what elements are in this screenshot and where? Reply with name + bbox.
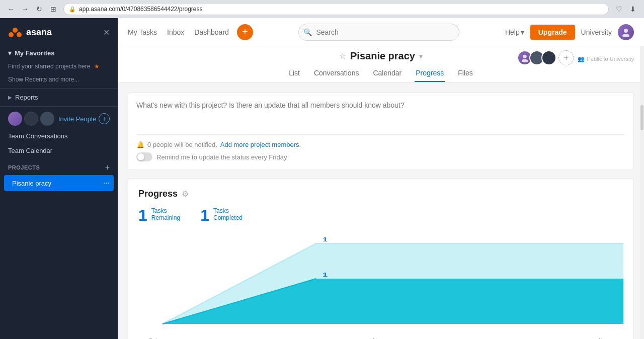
tab-files[interactable]: Files	[457, 65, 474, 82]
project-title-row: ☆ Pisanie pracy ▾	[339, 50, 423, 62]
gear-icon[interactable]: ⚙	[182, 189, 189, 199]
tasks-remaining-label-bottom: Remaining	[151, 214, 180, 221]
member-avatars: +	[517, 50, 574, 65]
add-project-button[interactable]: +	[105, 163, 110, 172]
tasks-completed-count: 1	[200, 207, 209, 223]
address-bar[interactable]: 🔒 app.asana.com/0/470863586544422/progre…	[63, 3, 609, 15]
chart-label-nov5: Nov 5	[373, 337, 383, 339]
status-textarea[interactable]	[136, 101, 625, 126]
app-container: asana ✕ ▾ My Favorites Find your starred…	[0, 18, 644, 339]
grid-button[interactable]: ⊞	[47, 3, 59, 15]
show-recents-link[interactable]: Show Recents and more...	[0, 73, 118, 86]
tasks-completed-label-top: Tasks	[213, 207, 243, 214]
main-content-area: 🔔 0 people will be notified. Add more pr…	[118, 82, 644, 339]
svg-point-1	[9, 32, 14, 37]
reports-arrow-icon: ▶	[8, 95, 12, 100]
tasks-completed-label: Tasks Completed	[213, 207, 243, 221]
refresh-button[interactable]: ↻	[33, 3, 45, 15]
progress-section-header: Progress ⚙	[138, 189, 623, 199]
sidebar-divider-1	[0, 88, 118, 89]
bookmark-button[interactable]: ♡	[613, 3, 625, 15]
topbar-inbox[interactable]: Inbox	[167, 26, 184, 38]
project-title: Pisanie pracy	[350, 50, 415, 62]
project-name: Pisanie pracy	[12, 180, 51, 187]
search-icon: 🔍	[303, 28, 312, 36]
tasks-completed-label-bottom: Completed	[213, 214, 243, 221]
chart-container: 1 1	[138, 233, 623, 334]
tab-progress[interactable]: Progress	[415, 65, 445, 82]
sidebar-close-button[interactable]: ✕	[103, 28, 110, 37]
sidebar-item-reports[interactable]: ▶ Reports	[0, 91, 118, 104]
sidebar-item-team-calendar[interactable]: Team Calendar	[0, 143, 118, 158]
notify-text: 🔔 0 people will be notified. Add more pr…	[136, 141, 301, 148]
browser-nav: ← → ↻ ⊞	[5, 3, 59, 15]
browser-actions: ♡ ⬇	[613, 3, 639, 15]
add-members-link[interactable]: Add more project members.	[220, 141, 301, 148]
help-button[interactable]: Help ▾	[505, 28, 524, 36]
toggle-knob	[137, 153, 144, 160]
bell-icon: 🔔	[136, 141, 144, 148]
project-star-icon[interactable]: ☆	[339, 51, 346, 61]
my-favorites-section[interactable]: ▾ My Favorites	[0, 46, 118, 60]
asana-logo: asana	[8, 25, 52, 39]
topbar-my-tasks[interactable]: My Tasks	[128, 26, 157, 38]
notify-count: 0 people will be notified.	[147, 141, 217, 148]
browser-chrome: ← → ↻ ⊞ 🔒 app.asana.com/0/47086358654442…	[0, 0, 644, 18]
projects-section-header: PROJECTS +	[0, 158, 118, 175]
chart-label-oct29: Oct 29	[148, 337, 157, 339]
sidebar-divider-2	[0, 106, 118, 107]
star-icon: ★	[94, 63, 100, 70]
chart-label-month-3: Nov	[598, 337, 608, 339]
project-tabs: List Conversations Calendar Progress Fil…	[288, 65, 474, 82]
add-member-button[interactable]: +	[99, 113, 110, 124]
tab-conversations[interactable]: Conversations	[313, 65, 360, 82]
svg-text:1: 1	[323, 272, 328, 278]
remind-toggle[interactable]	[136, 152, 152, 161]
team-avatar-3	[40, 112, 54, 126]
status-update-card: 🔔 0 people will be notified. Add more pr…	[128, 93, 634, 170]
my-favorites-title: ▾ My Favorites	[8, 49, 54, 57]
add-member-to-project-button[interactable]: +	[558, 50, 574, 65]
svg-point-6	[522, 59, 528, 62]
university-link[interactable]: University	[581, 28, 612, 36]
public-label-row: 👥 Public to University	[578, 56, 634, 62]
public-icon: 👥	[578, 56, 585, 62]
remind-text: Remind me to update the status every Fri…	[156, 153, 287, 161]
chart-label-month-1: Oct	[148, 337, 157, 339]
progress-card: Progress ⚙ 1 Tasks Remaining 1 Tas	[128, 178, 634, 339]
project-more-button[interactable]: ···	[103, 179, 110, 188]
logo-text: asana	[26, 27, 52, 38]
tab-list[interactable]: List	[288, 65, 301, 82]
stats-row: 1 Tasks Remaining 1 Tasks Completed	[138, 207, 623, 223]
user-avatar[interactable]	[618, 24, 634, 40]
topbar-right: Help ▾ Upgrade University	[505, 24, 634, 40]
invite-people-link[interactable]: Invite People	[58, 115, 96, 123]
download-button[interactable]: ⬇	[627, 3, 639, 15]
tab-calendar[interactable]: Calendar	[372, 65, 403, 82]
remind-row: Remind me to update the status every Fri…	[136, 152, 625, 161]
topbar-nav: My Tasks Inbox Dashboard	[128, 26, 229, 38]
status-footer: 🔔 0 people will be notified. Add more pr…	[136, 134, 625, 148]
tasks-remaining-label: Tasks Remaining	[151, 207, 180, 221]
starred-hint: Find your starred projects here ★	[0, 60, 118, 73]
topbar: My Tasks Inbox Dashboard + 🔍 Help ▾ Upgr…	[118, 18, 644, 46]
scrollbar-thumb[interactable]	[640, 105, 643, 130]
chart-label-month-2: Nov	[373, 337, 383, 339]
scrollbar-track[interactable]	[640, 46, 644, 339]
topbar-dashboard[interactable]: Dashboard	[194, 26, 229, 38]
search-input[interactable]	[298, 24, 459, 41]
forward-button[interactable]: →	[19, 3, 31, 15]
favorites-arrow: ▾	[8, 49, 12, 57]
upgrade-button[interactable]: Upgrade	[530, 25, 575, 40]
project-caret-icon[interactable]: ▾	[419, 52, 423, 60]
svg-point-2	[17, 32, 22, 37]
sidebar-item-team-conversations[interactable]: Team Conversations	[0, 129, 118, 143]
public-label: Public to University	[587, 56, 634, 62]
progress-chart: 1 1	[138, 233, 623, 334]
add-task-button[interactable]: +	[237, 24, 253, 40]
sidebar-item-pisanie-pracy[interactable]: Pisanie pracy ···	[4, 175, 114, 191]
back-button[interactable]: ←	[5, 3, 17, 15]
reports-label: Reports	[15, 94, 38, 101]
sidebar: asana ✕ ▾ My Favorites Find your starred…	[0, 18, 118, 339]
tasks-remaining-stat: 1 Tasks Remaining	[138, 207, 180, 223]
